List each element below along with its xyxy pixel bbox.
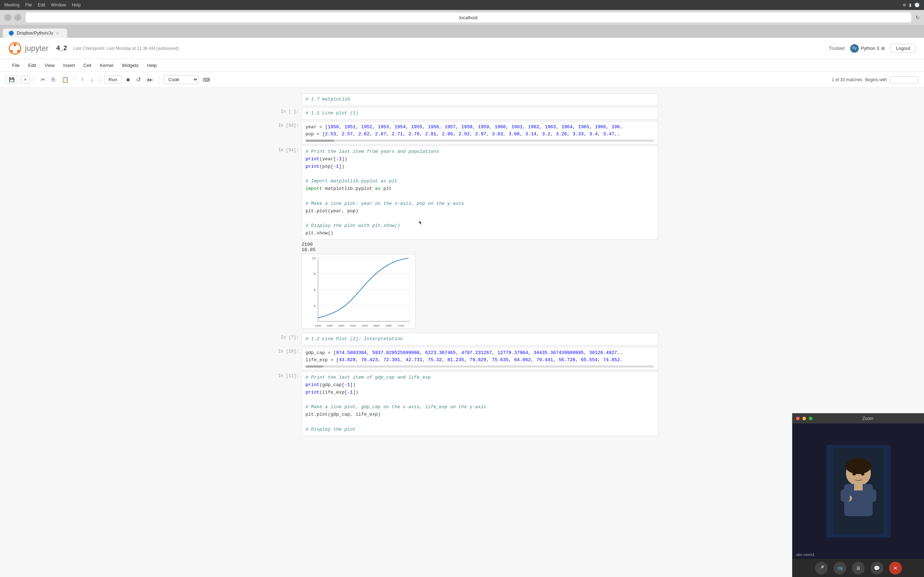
notebook-name[interactable]: 4_2 <box>57 45 67 52</box>
zoom-video-button[interactable]: 📹 <box>834 562 846 574</box>
url-bar[interactable]: localhost <box>26 13 911 23</box>
copy-button[interactable]: ⎘ <box>50 76 57 84</box>
cell-blank-content[interactable]: # 1.1 Line plot (1) <box>302 107 658 120</box>
code-line: year = [1950, 1951, 1952, 1953, 1954, 19… <box>305 124 654 131</box>
cell-11-content[interactable]: # Print the last item of gdp_cap and lif… <box>302 371 658 435</box>
tab-title: Dropbox/Python/Ju <box>17 31 53 35</box>
notebook-content[interactable]: # 1.? matplotlib In [ ]: # 1.1 Line plot… <box>0 88 924 577</box>
line-plot-svg: 10 8 6 4 1960 1980 2000 2020 2040 2060 2… <box>302 254 416 329</box>
cell-7-content[interactable]: # 1.2 Line Plot (2): Interpretation <box>302 333 658 345</box>
active-tab[interactable]: 🔵 Dropbox/Python/Ju ✕ <box>3 29 67 38</box>
svg-point-29 <box>861 473 864 475</box>
jupyter-brand-text: jupyter <box>25 44 48 53</box>
cell-10: In [10]: gdp_cap = [974.5803384, 5937.02… <box>266 347 658 371</box>
wifi-icon: ⊛ <box>903 3 906 8</box>
cell-prompt <box>266 93 302 106</box>
cell-type-selector[interactable]: Code Markdown <box>164 75 199 84</box>
cell-93-content[interactable]: year = [1950, 1951, 1952, 1953, 1954, 19… <box>302 121 658 145</box>
menu-kernel[interactable]: Kernel <box>96 61 117 69</box>
menu-edit[interactable]: Edit <box>24 61 40 69</box>
svg-point-1 <box>13 44 16 46</box>
output-text: 2100 10.85 <box>302 240 658 254</box>
begins-with-label: Begins with <box>865 77 887 82</box>
output-line-1: 2100 <box>302 242 658 247</box>
code-line: plt.plot(gdp_cap, life_exp) <box>305 411 654 419</box>
forward-button[interactable]: › <box>14 14 21 21</box>
cell-94: In [94]: # Print the last item from year… <box>266 146 658 240</box>
back-button[interactable]: ‹ <box>4 14 11 21</box>
menu-file[interactable]: File <box>8 61 23 69</box>
os-menu-help[interactable]: Help <box>72 3 81 8</box>
restart-run-button[interactable]: ⏭ <box>145 76 155 84</box>
code-line: # Display the plot <box>305 426 654 434</box>
cell-94-content[interactable]: # Print the last item from years and pop… <box>302 146 658 240</box>
svg-point-3 <box>10 50 13 53</box>
find-input[interactable] <box>890 76 918 83</box>
menu-widgets[interactable]: Widgets <box>118 61 142 69</box>
menu-view[interactable]: View <box>41 61 58 69</box>
zoom-mute-button[interactable]: 🎤 <box>815 562 828 574</box>
toolbar-separator-1 <box>34 76 35 84</box>
zoom-share-button[interactable]: 🖥 <box>852 562 865 574</box>
code-line: print(gdp_cap[-1]) <box>305 382 654 389</box>
svg-text:2040: 2040 <box>362 324 368 327</box>
os-menu-edit[interactable]: Edit <box>38 3 45 8</box>
zoom-panel: Zoom <box>792 413 924 577</box>
reload-icon[interactable]: ↻ <box>916 15 920 20</box>
menu-cell[interactable]: Cell <box>80 61 95 69</box>
zoom-controls-bar: 🎤 📹 🖥 💬 ✕ <box>792 559 924 577</box>
browser-navigation: ‹ › <box>4 14 21 21</box>
cell-7: In [7]: # 1.2 Line Plot (2): Interpretat… <box>266 333 658 345</box>
toolbar-separator-2 <box>75 76 75 84</box>
os-menu-items: Meeting File Edit Window Help <box>4 3 81 8</box>
zoom-chat-button[interactable]: 💬 <box>871 562 884 574</box>
svg-rect-27 <box>854 484 863 490</box>
move-up-button[interactable]: ↑ <box>79 76 86 84</box>
clock-icon: 🕐 <box>914 3 920 8</box>
jupyter-header-right: Trusted Py Python 3 Logout <box>829 44 916 53</box>
output-prompt-blank <box>266 240 302 254</box>
cell-93-prompt: In [93]: <box>266 121 302 145</box>
code-comment-lineplot: # 1.1 Line plot (1) <box>305 110 358 116</box>
cell-10-scrollbar[interactable] <box>305 366 654 367</box>
cell-10-content[interactable]: gdp_cap = [974.5803384, 5937.02952599999… <box>302 347 658 371</box>
os-menu-window[interactable]: Window <box>51 3 66 8</box>
toolbar: 💾 + ✂ ⎘ 📋 ↑ ↓ Run ■ ↺ ⏭ Code Markdown ⌨ … <box>0 72 924 88</box>
browser-tab-bar: 🔵 Dropbox/Python/Ju ✕ <box>0 25 924 38</box>
svg-point-25 <box>846 458 871 474</box>
toolbar-separator-4 <box>159 76 159 84</box>
cell-scrollbar[interactable] <box>305 140 654 142</box>
move-down-button[interactable]: ↓ <box>89 76 95 84</box>
tab-close-button[interactable]: ✕ <box>56 31 59 35</box>
run-button[interactable]: Run <box>104 76 122 84</box>
menu-insert[interactable]: Insert <box>60 61 78 69</box>
zoom-leave-button[interactable]: ✕ <box>889 562 902 574</box>
save-button[interactable]: 💾 <box>6 76 18 84</box>
interrupt-button[interactable]: ■ <box>124 76 132 84</box>
cell-11: In [11]: # Print the last item of gdp_ca… <box>266 371 658 435</box>
python-icon: Py <box>850 44 859 53</box>
logout-button[interactable]: Logout <box>890 44 916 53</box>
menu-help[interactable]: Help <box>144 61 160 69</box>
zoom-dot-green <box>809 417 813 420</box>
cut-button[interactable]: ✂ <box>39 76 47 84</box>
code-line: # Make a line plot, gdp_cap on the x-axi… <box>305 403 654 411</box>
svg-rect-32 <box>867 489 876 502</box>
checkpoint-info: Last Checkpoint: Last Monday at 11:36 AM… <box>73 46 179 51</box>
kernel-badge: Py Python 3 <box>850 44 885 53</box>
os-menu-meeting[interactable]: Meeting <box>4 3 19 8</box>
cell-94-prompt: In [94]: <box>266 146 302 240</box>
url-text: localhost <box>459 15 477 20</box>
cell-10-scrollbar-thumb <box>305 366 323 367</box>
paste-button[interactable]: 📋 <box>60 76 71 84</box>
cell-content-partial[interactable]: # 1.? matplotlib <box>302 93 658 106</box>
plot-area: 10 8 6 4 1960 1980 2000 2020 2040 2060 2… <box>302 254 416 330</box>
restart-button[interactable]: ↺ <box>134 76 142 84</box>
code-line: # Import matplotlib.pyplot as plt <box>305 178 654 185</box>
tab-favicon: 🔵 <box>8 31 14 35</box>
os-menu-file[interactable]: File <box>25 3 32 8</box>
svg-text:1980: 1980 <box>326 324 333 327</box>
add-cell-button[interactable]: + <box>21 76 30 84</box>
svg-text:2060: 2060 <box>373 324 380 327</box>
trusted-badge[interactable]: Trusted <box>829 45 845 51</box>
